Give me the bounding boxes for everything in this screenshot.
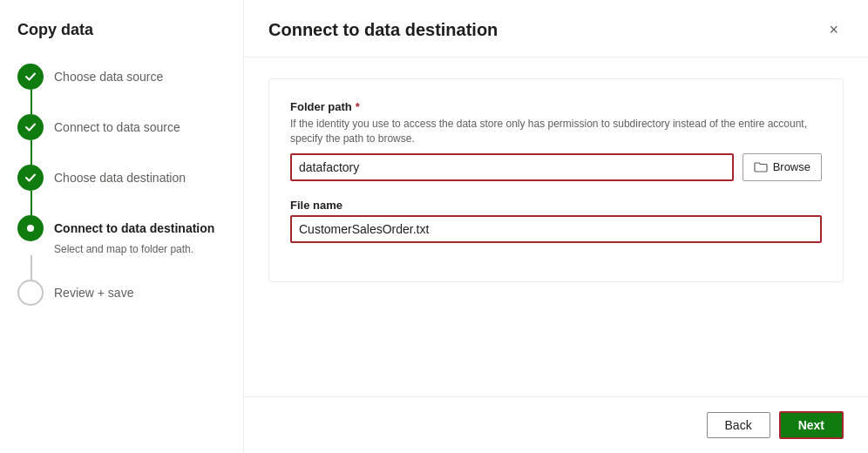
copy-data-dialog: Copy data Choose data source Con (0, 0, 868, 453)
step-icon-choose-data-source (17, 64, 44, 90)
step-sublabel-connect-data-destination: Select and map to folder path. (54, 243, 193, 255)
sidebar: Copy data Choose data source Con (0, 0, 244, 453)
back-button[interactable]: Back (707, 412, 770, 438)
file-name-input-row (290, 215, 822, 243)
main-panel: Connect to data destination × Folder pat… (244, 0, 868, 453)
step-connector-1 (31, 90, 32, 114)
step-icon-connect-data-source (17, 114, 44, 140)
step-item-choose-data-source: Choose data source (17, 64, 226, 114)
folder-path-label: Folder path * (290, 100, 822, 113)
folder-path-input[interactable] (290, 153, 734, 181)
folder-path-hint: If the identity you use to access the da… (290, 117, 822, 146)
step-icon-connect-data-destination (17, 215, 44, 241)
step-label-connect-data-source: Connect to data source (54, 119, 180, 135)
main-footer: Back Next (244, 396, 868, 453)
main-content: Folder path * If the identity you use to… (244, 57, 868, 396)
step-connector-2 (31, 140, 32, 165)
step-row: Choose data destination (17, 165, 186, 191)
step-icon-review-save (17, 280, 44, 306)
sidebar-title: Copy data (17, 21, 226, 39)
main-title: Connect to data destination (268, 20, 498, 40)
next-button[interactable]: Next (779, 411, 844, 439)
step-row: Connect to data source (17, 114, 180, 140)
form-card: Folder path * If the identity you use to… (268, 78, 844, 282)
step-row: Review + save (17, 280, 133, 306)
step-row: Choose data source (17, 64, 163, 90)
folder-path-group: Folder path * If the identity you use to… (290, 100, 822, 181)
step-list: Choose data source Connect to data sourc… (17, 64, 226, 306)
step-connector-4 (31, 255, 32, 280)
step-row: Connect to data destination (17, 215, 214, 241)
step-label-choose-data-destination: Choose data destination (54, 170, 186, 186)
step-connector-3 (31, 191, 32, 215)
file-name-label: File name (290, 199, 822, 212)
step-item-review-save: Review + save (17, 280, 226, 306)
required-marker: * (356, 100, 360, 113)
step-item-choose-data-destination: Choose data destination (17, 165, 226, 215)
step-label-choose-data-source: Choose data source (54, 69, 163, 85)
main-header: Connect to data destination × (244, 0, 868, 57)
step-label-review-save: Review + save (54, 285, 133, 301)
folder-icon (754, 160, 768, 174)
svg-point-0 (27, 225, 34, 232)
step-item-connect-data-destination: Connect to data destination Select and m… (17, 215, 226, 280)
file-name-group: File name (290, 199, 822, 243)
browse-button[interactable]: Browse (743, 153, 822, 181)
step-label-connect-data-destination: Connect to data destination (54, 220, 214, 236)
close-button[interactable]: × (824, 17, 844, 43)
file-name-input[interactable] (290, 215, 822, 243)
step-icon-choose-data-destination (17, 165, 44, 191)
folder-path-input-row: Browse (290, 153, 822, 181)
step-item-connect-data-source: Connect to data source (17, 114, 226, 165)
